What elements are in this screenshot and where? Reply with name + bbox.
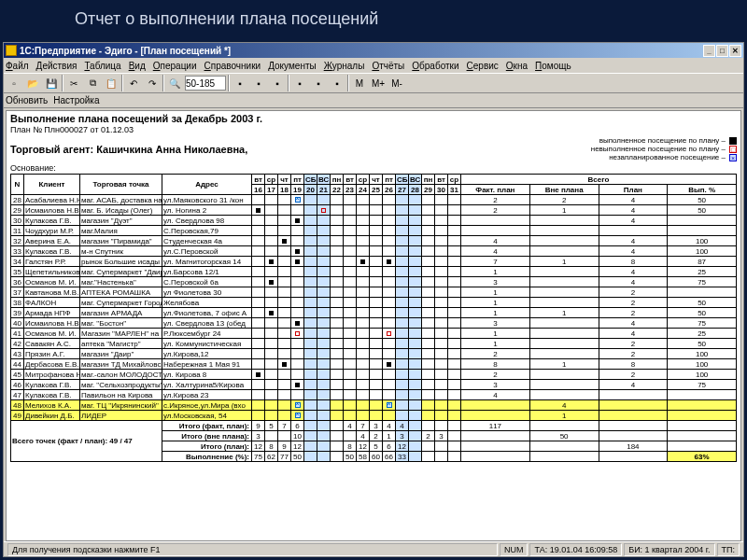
col-header: 30 <box>435 185 448 195</box>
cell <box>357 308 370 318</box>
undo-icon[interactable]: ↶ <box>125 75 142 91</box>
cell: 1 <box>529 308 599 318</box>
cell: Итого (план): <box>162 441 252 452</box>
menu-item[interactable]: Таблица <box>84 61 120 71</box>
cut-icon[interactable]: ✂ <box>65 75 82 91</box>
cell <box>317 400 331 411</box>
table-row[interactable]: 30Кулакова Г.В.магазин "Дуэт"ул. Свердло… <box>11 216 737 226</box>
table-row[interactable]: 39Армада НПФмагазин АРМАДАул.Фиолетова, … <box>11 308 737 318</box>
cell <box>304 298 317 308</box>
tool-icon[interactable]: ▪ <box>291 75 308 91</box>
menu-item[interactable]: Файл <box>6 61 29 71</box>
cell: 31 <box>11 226 24 236</box>
cell <box>357 277 370 287</box>
col-header: чт <box>278 175 291 185</box>
cell: 50 <box>291 452 304 462</box>
table-row[interactable]: 36Османов М. И.маг."Настенька"С.Перовско… <box>11 277 737 287</box>
table-row[interactable]: 35Щепетильников М.маг. Супермаркет "Даир… <box>11 267 737 277</box>
table-row[interactable]: 41Османов М. И.Магазин "МАРЛЕН" на Р.Р.Л… <box>11 329 737 339</box>
memory-mminus[interactable]: М- <box>388 75 405 91</box>
menu-item[interactable]: Журналы <box>324 61 365 71</box>
save-icon[interactable]: 💾 <box>43 75 60 91</box>
table-row[interactable]: 45Митрофанова Н.Р.маг.-салон МОЛОДОСТЬул… <box>11 370 737 380</box>
menu-item[interactable]: Документы <box>268 61 317 71</box>
table-row[interactable]: 28Асабалиева Н.Н.маг. АСАБ, доставка нау… <box>11 195 737 205</box>
menu-item[interactable]: Действия <box>36 61 78 71</box>
cell: ул.Фиолетова, 7 офис А <box>162 308 252 318</box>
copy-icon[interactable]: ⧉ <box>84 75 101 91</box>
cell <box>448 267 461 277</box>
table-row[interactable]: 46Кулакова Г.В.маг. "Сельхозпродукты"ул.… <box>11 380 737 390</box>
minimize-button[interactable]: _ <box>703 45 715 57</box>
cell <box>409 452 422 462</box>
cell: АПТЕКА РОМАШКА <box>80 287 162 298</box>
cell <box>370 318 383 329</box>
search-input[interactable] <box>185 76 226 91</box>
cell: Магазин "МАРЛЕН" на Р. <box>80 329 162 339</box>
menu-item[interactable]: Сервис <box>467 61 499 71</box>
close-button[interactable]: ✕ <box>729 45 741 57</box>
table-row[interactable]: 33Кулакова Г.В.м-н Спутникул.С.Перовской… <box>11 246 737 257</box>
cell: Желябова <box>162 298 252 308</box>
cell: 32 <box>11 236 24 246</box>
refresh-button[interactable]: Обновить <box>6 95 48 105</box>
maximize-button[interactable]: □ <box>716 45 728 57</box>
cell: 100 <box>668 349 737 359</box>
memory-mplus[interactable]: М+ <box>370 75 387 91</box>
settings-button[interactable]: Настройка <box>53 95 99 105</box>
table-row[interactable]: 29Исмаилова Н.В.маг. Б. Исады (Олег)ул. … <box>11 205 737 216</box>
menu-item[interactable]: Справочники <box>204 61 261 71</box>
visits-table[interactable]: NКлиентТорговая точкаАдресвтсрчтптСБВСпн… <box>10 174 737 462</box>
menu-item[interactable]: Окна <box>506 61 528 71</box>
redo-icon[interactable]: ↷ <box>144 75 161 91</box>
cell: 58 <box>357 452 370 462</box>
col-header: Клиент <box>24 175 80 195</box>
tool-icon[interactable]: ▪ <box>269 75 286 91</box>
open-icon[interactable]: 📂 <box>24 75 41 91</box>
cell <box>291 370 304 380</box>
cell <box>278 246 291 257</box>
cell <box>370 277 383 287</box>
tool-icon[interactable]: ▪ <box>329 75 345 91</box>
cell: 7 <box>357 421 370 431</box>
table-row[interactable]: 49Дивейкин Д.Б.ЛИДЕРул.Московская, 541 <box>11 411 737 421</box>
memory-m[interactable]: М <box>351 75 368 91</box>
table-row[interactable]: 47Кулакова Г.В.Павильон на Кироваул.Киро… <box>11 390 737 400</box>
cell <box>278 339 291 349</box>
agent-label: Торговый агент: Кашичкина Анна Николаевн… <box>10 144 247 155</box>
cell <box>422 441 435 452</box>
new-icon[interactable]: ▫ <box>6 75 22 91</box>
cell <box>317 318 331 329</box>
table-row[interactable]: 40Исмаилова Н.В.маг. "Бостон"ул. Свердло… <box>11 318 737 329</box>
cell: 12 <box>252 441 265 452</box>
menu-item[interactable]: Операции <box>153 61 197 71</box>
cell <box>529 226 599 236</box>
cell <box>435 267 448 277</box>
table-row[interactable]: 34Галстян Р.Р.рынок Большие исады (ул. М… <box>11 257 737 267</box>
menu-item[interactable]: Помощь <box>535 61 571 71</box>
cell <box>370 246 383 257</box>
menu-item[interactable]: Вид <box>129 61 146 71</box>
table-row[interactable]: 32Аверина Е.А.магазин "Пирамида"Студенче… <box>11 236 737 246</box>
tool-icon[interactable]: ▪ <box>310 75 327 91</box>
menu-item[interactable]: Отчёты <box>372 61 404 71</box>
cell <box>331 257 344 267</box>
table-row[interactable]: 38ФАЛКОНмаг. Супермаркет ГородЖелябова12… <box>11 298 737 308</box>
cell: Всего точек (факт / план): 49 / 47 <box>11 421 162 462</box>
table-row[interactable]: 42Савакян А.С.аптека "Магистр"ул. Коммун… <box>11 339 737 349</box>
menu-item[interactable]: Обработки <box>412 61 458 71</box>
cell <box>529 267 599 277</box>
tool-icon[interactable]: ▪ <box>250 75 267 91</box>
cell <box>383 246 396 257</box>
table-row[interactable]: 37Кавтанова М.В.АПТЕКА РОМАШКАул Фиолето… <box>11 287 737 298</box>
tool-icon[interactable]: ▪ <box>232 75 248 91</box>
cell <box>331 277 344 287</box>
find-icon[interactable]: 🔍 <box>166 75 183 91</box>
table-row[interactable]: 44Дербасова Е.В.магазин ТД МихайловскНаб… <box>11 359 737 370</box>
main-toolbar: ▫ 📂 💾 ✂ ⧉ 📋 ↶ ↷ 🔍 ▪ ▪ ▪ ▪ ▪ ▪ М М+ М- <box>4 73 743 93</box>
paste-icon[interactable]: 📋 <box>103 75 120 91</box>
table-row[interactable]: 31Чоудхури М.Р.маг.МалияС.Перовская,79 <box>11 226 737 236</box>
cell <box>422 421 435 431</box>
table-row[interactable]: 43Прязин А.Г.магазин "Даир"ул.Кирова,122… <box>11 349 737 359</box>
table-row[interactable]: 48Мелихов К.А.маг. ТЦ "Икрянинский"с.Икр… <box>11 400 737 411</box>
